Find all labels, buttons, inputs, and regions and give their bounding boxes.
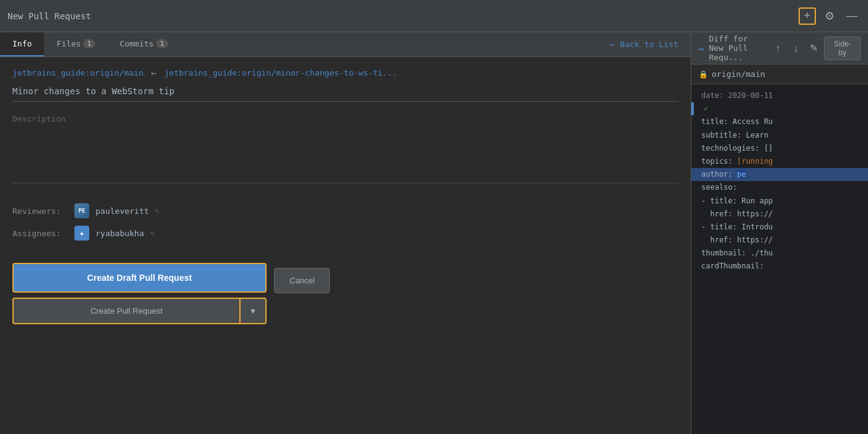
window-title: New Pull Request: [7, 11, 91, 21]
left-panel: Info Files 1 Commits 1 ← Back to List je…: [0, 32, 691, 434]
assignee-name: ryababukha: [95, 229, 144, 238]
buttons-section: Create Draft Pull Request Create Pull Re…: [12, 263, 678, 324]
assignees-label: Assignees:: [12, 229, 68, 238]
assignees-row: Assignees: ✦ ryababukha ✎: [12, 226, 678, 241]
target-branch: jetbrains_guide:origin/minor-changes-to-…: [164, 68, 397, 78]
diff-line: href: https://: [691, 234, 868, 247]
tab-commits[interactable]: Commits 1: [107, 32, 180, 56]
diff-line: topics: [running: [691, 155, 868, 168]
diff-title: Diff for New Pull Requ...: [709, 34, 765, 62]
diff-toolbar: ↑ ↓ ✎ Side-by: [770, 37, 861, 60]
cancel-button[interactable]: Cancel: [274, 268, 330, 293]
minimize-button[interactable]: —: [843, 7, 861, 25]
pr-title: Minor changes to a WebStorm tip: [12, 86, 678, 102]
diff-line: seealso:: [691, 181, 868, 194]
branch-row: jetbrains_guide:origin/main ← jetbrains_…: [12, 67, 678, 79]
diff-up-button[interactable]: ↑: [770, 40, 786, 57]
reviewer-avatar-initials: PE: [79, 208, 86, 214]
bottom-row: Create Pull Request ▼ Cancel: [12, 298, 678, 324]
source-branch: jetbrains_guide:origin/main: [12, 68, 143, 78]
lock-icon: 🔒: [699, 70, 708, 79]
diff-line: - title: Run app: [691, 195, 868, 208]
meta-section: Reviewers: PE pauleveritt ✎ Assignees: ✦…: [12, 203, 678, 241]
create-pr-dropdown-button[interactable]: ▼: [239, 298, 267, 324]
create-draft-button[interactable]: Create Draft Pull Request: [12, 263, 267, 293]
assignee-avatar: ✦: [74, 226, 89, 241]
diff-line: technologies: []: [691, 142, 868, 155]
reviewers-row: Reviewers: PE pauleveritt ✎: [12, 203, 678, 218]
assignee-avatar-icon: ✦: [79, 228, 84, 238]
reviewer-edit-icon[interactable]: ✎: [155, 206, 159, 215]
diff-branch-bar: 🔒 origin/main: [691, 64, 868, 84]
reviewer-avatar: PE: [74, 203, 89, 218]
diff-line: - title: Introdu: [691, 221, 868, 234]
diff-icon: ↔: [699, 43, 704, 53]
diff-down-button[interactable]: ↓: [788, 40, 804, 57]
reviewers-label: Reviewers:: [12, 206, 68, 216]
create-pr-group: Create Pull Request ▼: [12, 298, 267, 324]
branch-arrow-icon: ←: [151, 67, 157, 79]
title-bar: New Pull Request + ⚙ —: [0, 0, 868, 32]
assignee-edit-icon[interactable]: ✎: [150, 229, 154, 237]
main-layout: Info Files 1 Commits 1 ← Back to List je…: [0, 32, 868, 434]
diff-line: href: https://: [691, 208, 868, 221]
diff-line-highlighted: author: pe: [691, 168, 868, 181]
diff-line: subtitle: Learn: [691, 129, 868, 142]
diff-header: ↔ Diff for New Pull Requ... ↑ ↓ ✎ Side-b…: [691, 32, 868, 64]
diff-line: date: 2020-00-11: [691, 89, 868, 102]
commits-badge: 1: [156, 39, 168, 48]
settings-button[interactable]: ⚙: [821, 7, 838, 25]
tab-info[interactable]: Info: [0, 32, 44, 56]
diff-code-area: date: 2020-00-11 ✓ title: Access Ru subt…: [691, 84, 868, 434]
origin-branch-label: origin/main: [712, 69, 765, 79]
diff-line: ✓: [691, 102, 868, 115]
right-panel: ↔ Diff for New Pull Requ... ↑ ↓ ✎ Side-b…: [691, 32, 868, 434]
tab-files[interactable]: Files 1: [44, 32, 107, 56]
add-button[interactable]: +: [799, 7, 816, 25]
diff-line: thumbnail: ./thu: [691, 247, 868, 260]
tab-bar: Info Files 1 Commits 1 ← Back to List: [0, 32, 691, 57]
side-by-side-button[interactable]: Side-by: [824, 37, 861, 60]
pr-description[interactable]: Description: [12, 109, 678, 184]
create-pr-button[interactable]: Create Pull Request: [12, 298, 239, 324]
reviewer-name: pauleveritt: [95, 206, 149, 216]
files-badge: 1: [83, 39, 95, 48]
title-bar-actions: + ⚙ —: [799, 7, 861, 25]
back-to-list-link[interactable]: ← Back to List: [598, 40, 691, 49]
diff-edit-button[interactable]: ✎: [806, 40, 822, 57]
pr-content: jetbrains_guide:origin/main ← jetbrains_…: [0, 57, 691, 434]
diff-line: cardThumbnail:: [691, 260, 868, 273]
diff-line: title: Access Ru: [691, 115, 868, 128]
